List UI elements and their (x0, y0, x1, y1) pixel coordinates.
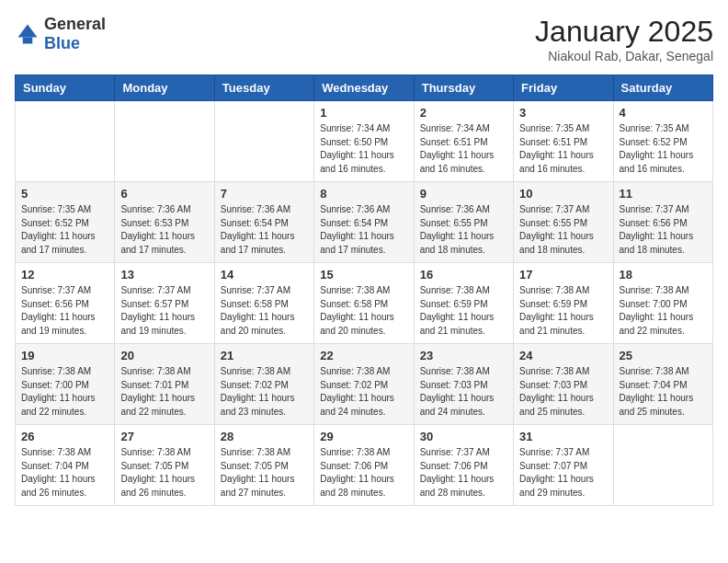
day-info: Sunrise: 7:37 AMSunset: 7:07 PMDaylight:… (519, 446, 607, 500)
day-number: 24 (519, 349, 607, 362)
day-info: Sunrise: 7:38 AMSunset: 7:03 PMDaylight:… (420, 365, 507, 419)
calendar-cell: 2Sunrise: 7:34 AMSunset: 6:51 PMDaylight… (414, 101, 513, 182)
day-number: 15 (320, 268, 407, 282)
page-header: General Blue January 2025 Niakoul Rab, D… (15, 15, 713, 63)
day-number: 29 (320, 430, 407, 443)
day-info: Sunrise: 7:38 AMSunset: 7:04 PMDaylight:… (21, 446, 108, 500)
calendar-week-row: 19Sunrise: 7:38 AMSunset: 7:00 PMDayligh… (16, 344, 713, 425)
calendar-week-row: 12Sunrise: 7:37 AMSunset: 6:56 PMDayligh… (16, 263, 713, 344)
day-info: Sunrise: 7:36 AMSunset: 6:54 PMDaylight:… (221, 203, 308, 257)
calendar-cell (115, 101, 214, 182)
title-block: January 2025 Niakoul Rab, Dakar, Senegal (535, 15, 713, 63)
calendar-cell: 21Sunrise: 7:38 AMSunset: 7:02 PMDayligh… (214, 344, 313, 425)
day-info: Sunrise: 7:38 AMSunset: 7:00 PMDaylight:… (620, 284, 707, 338)
day-info: Sunrise: 7:38 AMSunset: 7:01 PMDaylight:… (120, 365, 208, 419)
svg-rect-1 (23, 38, 33, 44)
weekday-header: Monday (115, 75, 214, 101)
day-number: 5 (21, 187, 108, 201)
calendar-table: SundayMondayTuesdayWednesdayThursdayFrid… (15, 75, 713, 506)
day-number: 28 (221, 430, 308, 443)
calendar-cell: 29Sunrise: 7:38 AMSunset: 7:06 PMDayligh… (314, 425, 414, 506)
weekday-header: Wednesday (314, 75, 414, 101)
day-number: 7 (221, 187, 308, 201)
calendar-cell: 19Sunrise: 7:38 AMSunset: 7:00 PMDayligh… (16, 344, 115, 425)
day-info: Sunrise: 7:37 AMSunset: 6:55 PMDaylight:… (519, 203, 607, 257)
day-info: Sunrise: 7:35 AMSunset: 6:52 PMDaylight:… (620, 122, 707, 176)
calendar-cell: 13Sunrise: 7:37 AMSunset: 6:57 PMDayligh… (115, 263, 214, 344)
day-number: 14 (221, 268, 308, 282)
day-info: Sunrise: 7:34 AMSunset: 6:50 PMDaylight:… (320, 122, 407, 176)
day-info: Sunrise: 7:37 AMSunset: 7:06 PMDaylight:… (420, 446, 507, 500)
day-info: Sunrise: 7:37 AMSunset: 6:56 PMDaylight:… (620, 203, 707, 257)
calendar-cell: 25Sunrise: 7:38 AMSunset: 7:04 PMDayligh… (613, 344, 712, 425)
day-number: 16 (420, 268, 507, 282)
day-number: 18 (620, 268, 707, 282)
day-info: Sunrise: 7:38 AMSunset: 7:00 PMDaylight:… (21, 365, 108, 419)
calendar-cell: 9Sunrise: 7:36 AMSunset: 6:55 PMDaylight… (414, 182, 513, 263)
day-info: Sunrise: 7:38 AMSunset: 6:59 PMDaylight:… (420, 284, 507, 338)
day-info: Sunrise: 7:36 AMSunset: 6:54 PMDaylight:… (320, 203, 407, 257)
day-number: 23 (420, 349, 507, 362)
day-number: 4 (620, 106, 707, 120)
calendar-cell: 3Sunrise: 7:35 AMSunset: 6:51 PMDaylight… (514, 101, 613, 182)
day-info: Sunrise: 7:38 AMSunset: 7:05 PMDaylight:… (120, 446, 208, 500)
day-number: 6 (120, 187, 208, 201)
weekday-header: Saturday (613, 75, 712, 101)
weekday-header: Friday (514, 75, 613, 101)
calendar-cell: 12Sunrise: 7:37 AMSunset: 6:56 PMDayligh… (16, 263, 115, 344)
calendar-cell: 20Sunrise: 7:38 AMSunset: 7:01 PMDayligh… (115, 344, 214, 425)
day-number: 31 (519, 430, 607, 443)
calendar-cell: 4Sunrise: 7:35 AMSunset: 6:52 PMDaylight… (613, 101, 712, 182)
day-number: 11 (620, 187, 707, 201)
calendar-cell: 31Sunrise: 7:37 AMSunset: 7:07 PMDayligh… (514, 425, 613, 506)
calendar-cell: 6Sunrise: 7:36 AMSunset: 6:53 PMDaylight… (115, 182, 214, 263)
calendar-week-row: 26Sunrise: 7:38 AMSunset: 7:04 PMDayligh… (16, 425, 713, 506)
day-number: 30 (420, 430, 507, 443)
day-number: 13 (120, 268, 208, 282)
day-info: Sunrise: 7:38 AMSunset: 7:02 PMDaylight:… (221, 365, 308, 419)
calendar-cell: 18Sunrise: 7:38 AMSunset: 7:00 PMDayligh… (613, 263, 712, 344)
day-info: Sunrise: 7:37 AMSunset: 6:58 PMDaylight:… (221, 284, 308, 338)
day-info: Sunrise: 7:38 AMSunset: 7:06 PMDaylight:… (320, 446, 407, 500)
day-number: 12 (21, 268, 108, 282)
logo: General Blue (15, 15, 106, 53)
logo-icon (15, 21, 40, 47)
calendar-week-row: 1Sunrise: 7:34 AMSunset: 6:50 PMDaylight… (16, 101, 713, 182)
calendar-week-row: 5Sunrise: 7:35 AMSunset: 6:52 PMDaylight… (16, 182, 713, 263)
day-info: Sunrise: 7:37 AMSunset: 6:56 PMDaylight:… (21, 284, 108, 338)
calendar-cell: 30Sunrise: 7:37 AMSunset: 7:06 PMDayligh… (414, 425, 513, 506)
logo-blue: Blue (44, 34, 80, 52)
day-info: Sunrise: 7:35 AMSunset: 6:51 PMDaylight:… (519, 122, 607, 176)
calendar-cell: 15Sunrise: 7:38 AMSunset: 6:58 PMDayligh… (314, 263, 414, 344)
month-title: January 2025 (535, 15, 713, 49)
weekday-header: Thursday (414, 75, 513, 101)
day-info: Sunrise: 7:37 AMSunset: 6:57 PMDaylight:… (120, 284, 208, 338)
day-info: Sunrise: 7:38 AMSunset: 6:58 PMDaylight:… (320, 284, 407, 338)
calendar-cell: 26Sunrise: 7:38 AMSunset: 7:04 PMDayligh… (16, 425, 115, 506)
day-number: 26 (21, 430, 108, 443)
calendar-cell: 24Sunrise: 7:38 AMSunset: 7:03 PMDayligh… (514, 344, 613, 425)
day-number: 21 (221, 349, 308, 362)
calendar-cell: 23Sunrise: 7:38 AMSunset: 7:03 PMDayligh… (414, 344, 513, 425)
day-info: Sunrise: 7:38 AMSunset: 7:03 PMDaylight:… (519, 365, 607, 419)
calendar-cell: 1Sunrise: 7:34 AMSunset: 6:50 PMDaylight… (314, 101, 414, 182)
calendar-cell (613, 425, 712, 506)
calendar-cell: 22Sunrise: 7:38 AMSunset: 7:02 PMDayligh… (314, 344, 414, 425)
weekday-header: Sunday (16, 75, 115, 101)
weekday-header-row: SundayMondayTuesdayWednesdayThursdayFrid… (16, 75, 713, 101)
day-number: 20 (120, 349, 208, 362)
day-number: 1 (320, 106, 407, 120)
day-info: Sunrise: 7:36 AMSunset: 6:53 PMDaylight:… (120, 203, 208, 257)
calendar-cell: 14Sunrise: 7:37 AMSunset: 6:58 PMDayligh… (214, 263, 313, 344)
day-info: Sunrise: 7:38 AMSunset: 6:59 PMDaylight:… (519, 284, 607, 338)
svg-marker-0 (18, 25, 38, 38)
calendar-cell: 11Sunrise: 7:37 AMSunset: 6:56 PMDayligh… (613, 182, 712, 263)
calendar-cell: 5Sunrise: 7:35 AMSunset: 6:52 PMDaylight… (16, 182, 115, 263)
calendar-cell: 27Sunrise: 7:38 AMSunset: 7:05 PMDayligh… (115, 425, 214, 506)
day-number: 8 (320, 187, 407, 201)
day-number: 22 (320, 349, 407, 362)
day-number: 17 (519, 268, 607, 282)
day-number: 3 (519, 106, 607, 120)
day-info: Sunrise: 7:38 AMSunset: 7:04 PMDaylight:… (620, 365, 707, 419)
calendar-cell: 7Sunrise: 7:36 AMSunset: 6:54 PMDaylight… (214, 182, 313, 263)
